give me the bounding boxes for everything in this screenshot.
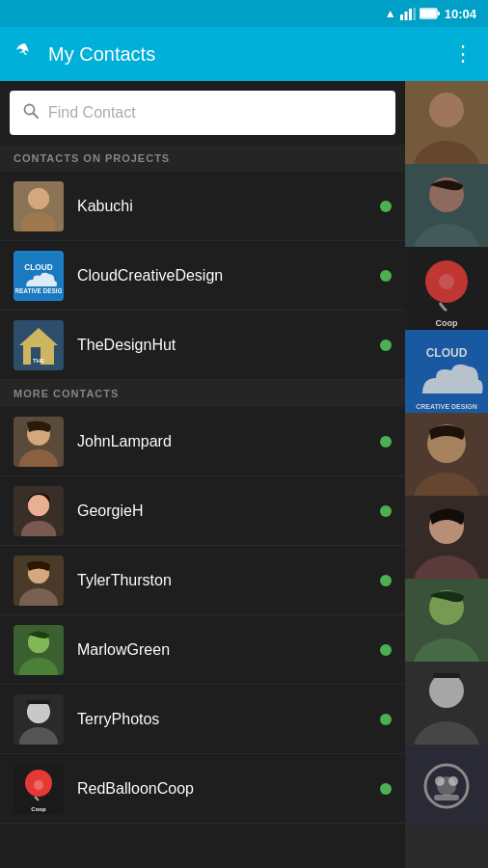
svg-point-69 [429, 673, 464, 708]
contact-item-cloud[interactable]: CLOUD CREATIVE DESIGN CloudCreativeDesig… [0, 241, 405, 311]
contact-name-kabuchi: Kabuchi [77, 198, 380, 215]
toolbar: My Contacts ⋮ [0, 27, 488, 81]
svg-point-28 [28, 495, 49, 516]
thumb-item-8[interactable] [405, 662, 488, 745]
svg-rect-0 [400, 14, 403, 20]
thumb-item-6[interactable] [405, 496, 488, 579]
contact-name-tylerthurston: TylerThurston [77, 572, 380, 589]
search-container: Find Contact [0, 81, 405, 145]
search-placeholder: Find Contact [48, 104, 382, 122]
thumb-item-5[interactable] [405, 413, 488, 496]
contact-name-marlowgreen: MarlowGreen [77, 641, 380, 659]
online-indicator-terryphotos [380, 714, 392, 725]
online-indicator-redballooncoop [380, 783, 392, 795]
signal-icon [400, 8, 416, 20]
svg-point-54 [439, 274, 454, 289]
svg-text:CLOUD: CLOUD [426, 346, 468, 360]
avatar-tylerthurston [14, 556, 64, 606]
svg-text:THE: THE [33, 358, 44, 364]
online-indicator-marlowgreen [380, 644, 392, 656]
avatar-terryphotos [14, 694, 64, 745]
contact-item-georgieh[interactable]: GeorgieH [0, 476, 405, 546]
contact-item-marlowgreen[interactable]: MarlowGreen [0, 615, 405, 685]
svg-point-40 [28, 701, 49, 722]
avatar-georgieh [14, 486, 64, 536]
contact-name-redballooncoop: RedBalloonCoop [77, 780, 380, 798]
thumb-item-9[interactable] [405, 745, 488, 827]
search-icon [23, 103, 39, 122]
avatar-cloud: CLOUD CREATIVE DESIGN [14, 251, 64, 301]
contact-item-redballooncoop[interactable]: Coop RedBalloonCoop [0, 754, 405, 824]
online-indicator-kabuchi [380, 201, 392, 212]
contact-item-johnlampard[interactable]: JohnLampard [0, 407, 405, 476]
thumb-item-4[interactable]: CLOUD CREATIVE DESIGN [405, 330, 488, 413]
svg-point-76 [448, 776, 458, 786]
svg-rect-6 [420, 10, 436, 17]
thumb-item-7[interactable] [405, 579, 488, 662]
avatar-designhut: THE [14, 320, 64, 370]
contact-name-designhut: TheDesignHut [77, 337, 380, 354]
svg-text:Coop: Coop [436, 318, 458, 328]
contact-item-designhut[interactable]: THE TheDesignHut [0, 311, 405, 380]
svg-text:CLOUD: CLOUD [24, 262, 53, 272]
svg-rect-2 [409, 9, 412, 20]
svg-rect-77 [434, 795, 459, 800]
avatar-redballooncoop: Coop [14, 764, 64, 814]
svg-text:Coop: Coop [31, 806, 46, 812]
toolbar-title: My Contacts [48, 43, 155, 66]
thumb-item-3[interactable]: Coop [405, 247, 488, 330]
avatar-kabuchi [14, 181, 64, 231]
section-header-more: MORE CONTACTS [0, 380, 405, 407]
svg-text:CREATIVE DESIGN: CREATIVE DESIGN [416, 403, 477, 410]
svg-line-8 [34, 114, 39, 119]
online-indicator-cloud [380, 270, 392, 282]
svg-point-47 [429, 93, 464, 127]
svg-point-44 [34, 780, 43, 790]
contact-name-georgieh: GeorgieH [77, 502, 380, 520]
more-options-icon[interactable]: ⋮ [452, 41, 474, 67]
battery-icon [420, 8, 441, 19]
main-layout: Find Contact CONTACTS ON PROJECTS Kabuch… [0, 81, 488, 868]
online-indicator-georgieh [380, 505, 392, 517]
svg-rect-1 [404, 12, 407, 20]
contact-name-terryphotos: TerryPhotos [77, 711, 380, 728]
right-panel-thumbnails: Coop CLOUD CREATIVE DESIGN [405, 81, 488, 868]
svg-point-12 [28, 188, 49, 209]
contact-item-tylerthurston[interactable]: TylerThurston [0, 546, 405, 615]
section-header-projects: CONTACTS ON PROJECTS [0, 145, 405, 172]
toolbar-left: My Contacts [14, 40, 155, 68]
avatar-marlowgreen [14, 625, 64, 675]
online-indicator-johnlampard [380, 436, 392, 448]
online-indicator-designhut [380, 339, 392, 351]
svg-text:CREATIVE DESIGN: CREATIVE DESIGN [15, 287, 62, 294]
thumb-item-1[interactable] [405, 81, 488, 164]
contact-name-johnlampard: JohnLampard [77, 433, 380, 450]
status-icons: ▲ 10:04 [385, 7, 476, 21]
thumb-item-2[interactable] [405, 164, 488, 247]
search-box[interactable]: Find Contact [10, 91, 395, 135]
status-bar: ▲ 10:04 [0, 0, 488, 27]
app-logo-icon [14, 40, 37, 68]
online-indicator-tylerthurston [380, 575, 392, 586]
contact-item-kabuchi[interactable]: Kabuchi [0, 172, 405, 241]
left-panel: Find Contact CONTACTS ON PROJECTS Kabuch… [0, 81, 405, 868]
svg-rect-41 [27, 700, 50, 704]
svg-rect-3 [413, 8, 416, 20]
contact-item-terryphotos[interactable]: TerryPhotos [0, 685, 405, 754]
avatar-johnlampard [14, 417, 64, 467]
wifi-icon: ▲ [385, 7, 396, 20]
contact-name-cloud: CloudCreativeDesign [77, 267, 380, 285]
status-time: 10:04 [445, 7, 476, 21]
svg-point-75 [435, 776, 445, 786]
svg-rect-5 [437, 12, 440, 15]
svg-rect-71 [433, 673, 460, 678]
